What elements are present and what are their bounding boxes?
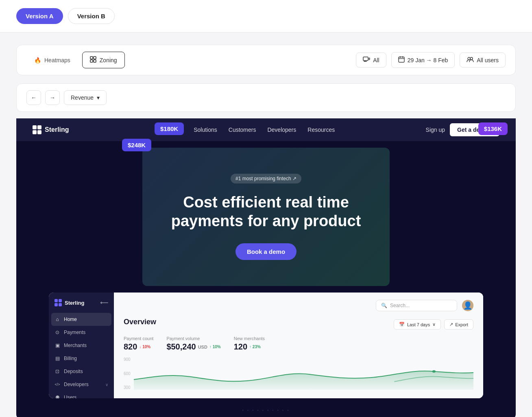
nav-row: ← → Revenue ▾ bbox=[16, 83, 516, 112]
signup-button[interactable]: Sign up bbox=[426, 127, 445, 133]
users-icon bbox=[467, 57, 474, 63]
billing-icon: ▤ bbox=[55, 356, 60, 361]
payment-volume-badge: ↑ 10% bbox=[209, 345, 221, 349]
hero-title: Cost efficient real time payments for an… bbox=[159, 193, 373, 230]
payment-volume-unit: USD bbox=[198, 345, 207, 349]
heatmaps-button[interactable]: 🔥 Heatmaps bbox=[26, 52, 78, 68]
fintech-badge: #1 most promising fintech ↗ bbox=[231, 174, 301, 183]
grid-icon bbox=[90, 56, 96, 64]
users-filter[interactable]: All users bbox=[460, 52, 506, 68]
payment-count-label: Payment count bbox=[124, 336, 153, 341]
overview-row: Overview 📅 Last 7 days ∨ ↗ Export bbox=[124, 318, 473, 331]
payment-volume-number: $50,240 bbox=[166, 342, 196, 352]
calendar-icon bbox=[398, 56, 405, 64]
site-hero: $248K #1 most promising fintech ↗ Cost e… bbox=[142, 148, 390, 286]
period-label: Last 7 days bbox=[407, 322, 430, 327]
new-merchants-badge: ↑ 23% bbox=[249, 345, 261, 349]
top-bar: Version A Version B bbox=[0, 0, 532, 33]
sidebar-item-deposits[interactable]: ⊡ Deposits bbox=[49, 365, 114, 378]
zoning-label: Zoning bbox=[100, 57, 117, 63]
metric-payment-count: Payment count 820 ↓ 10% bbox=[124, 336, 153, 352]
dotted-text: • • • • • • • • • • bbox=[242, 408, 290, 413]
dash-header: 🔍 Search... 👤 bbox=[124, 300, 473, 311]
svg-point-15 bbox=[432, 370, 435, 373]
payments-icon: ⊙ bbox=[55, 330, 60, 335]
new-merchants-value: 120 ↑ 23% bbox=[234, 342, 265, 352]
chart-area: 900 600 300 bbox=[124, 357, 473, 390]
user-avatar[interactable]: 👤 bbox=[462, 300, 473, 311]
dash-logo: Sterling ⟵ bbox=[49, 299, 114, 313]
payment-count-value: 820 ↓ 10% bbox=[124, 342, 153, 352]
chart-y-labels: 900 600 300 bbox=[124, 357, 131, 390]
overview-title: Overview bbox=[124, 318, 156, 326]
users-filter-label: All users bbox=[477, 57, 499, 63]
revenue-dropdown[interactable]: Revenue ▾ bbox=[64, 90, 107, 105]
chart-svg bbox=[134, 357, 473, 390]
sidebar-item-developers[interactable]: </> Developers ∨ bbox=[49, 378, 114, 391]
arrow-right-icon: → bbox=[50, 94, 55, 101]
search-icon: 🔍 bbox=[381, 303, 387, 308]
sidebar-deposits-label: Deposits bbox=[64, 369, 83, 374]
nav-customers[interactable]: Customers bbox=[229, 127, 256, 133]
version-a-button[interactable]: Version A bbox=[16, 8, 63, 24]
period-button[interactable]: 📅 Last 7 days ∨ bbox=[394, 319, 441, 330]
new-merchants-label: New merchants bbox=[234, 336, 265, 341]
export-button[interactable]: ↗ Export bbox=[444, 319, 473, 330]
payment-count-number: 820 bbox=[124, 342, 137, 352]
svg-rect-4 bbox=[363, 57, 368, 61]
sidebar-billing-label: Billing bbox=[64, 356, 77, 361]
device-icon bbox=[363, 57, 370, 63]
device-filter[interactable]: All bbox=[356, 52, 386, 68]
dotted-decoration: • • • • • • • • • • bbox=[16, 406, 516, 416]
y-label-900: 900 bbox=[124, 357, 131, 362]
avatar-image: 👤 bbox=[463, 301, 472, 310]
dropdown-label: Revenue bbox=[71, 94, 94, 101]
users-nav-icon: ⚉ bbox=[55, 395, 60, 398]
date-range-label: 29 Jan → 8 Feb bbox=[408, 57, 448, 63]
main-content: 🔥 Heatmaps Zoning bbox=[0, 33, 532, 417]
export-label: Export bbox=[455, 322, 468, 327]
svg-rect-3 bbox=[94, 60, 96, 62]
device-label: All bbox=[373, 57, 379, 63]
calendar-small-icon: 📅 bbox=[399, 322, 405, 327]
new-merchants-number: 120 bbox=[234, 342, 247, 352]
developers-icon: </> bbox=[55, 382, 60, 387]
toolbar-left: 🔥 Heatmaps Zoning bbox=[26, 52, 125, 68]
chevron-developers: ∨ bbox=[105, 382, 108, 387]
sidebar-merchants-label: Merchants bbox=[64, 343, 87, 348]
nav-back-button[interactable]: ← bbox=[26, 90, 41, 105]
dash-search[interactable]: 🔍 Search... bbox=[376, 300, 457, 311]
nav-developers[interactable]: Developers bbox=[267, 127, 296, 133]
hero-revenue-badge: $248K bbox=[122, 139, 151, 151]
y-label-600: 600 bbox=[124, 371, 131, 376]
merchants-icon: ▣ bbox=[55, 343, 60, 348]
sidebar-home-label: Home bbox=[64, 317, 77, 322]
svg-rect-1 bbox=[94, 57, 96, 59]
sidebar-item-payments[interactable]: ⊙ Payments bbox=[49, 326, 114, 339]
search-placeholder: Search... bbox=[390, 303, 410, 308]
sidebar-item-billing[interactable]: ▤ Billing bbox=[49, 352, 114, 365]
svg-rect-9 bbox=[399, 57, 404, 62]
nav-forward-button[interactable]: → bbox=[45, 90, 60, 105]
book-demo-button[interactable]: Book a demo bbox=[235, 243, 297, 260]
site-nav-links: Products Solutions Customers Developers … bbox=[160, 127, 335, 133]
site-nav: $180K Sterling Products Solutions Custom… bbox=[16, 118, 516, 141]
sidebar-item-users[interactable]: ⚉ Users bbox=[49, 391, 114, 398]
nav-resources[interactable]: Resources bbox=[307, 127, 335, 133]
deposits-icon: ⊡ bbox=[55, 369, 60, 374]
revenue-badge-left: $180K bbox=[155, 122, 184, 135]
svg-point-14 bbox=[470, 57, 473, 60]
site-logo: Sterling bbox=[33, 125, 69, 134]
zoning-button[interactable]: Zoning bbox=[82, 52, 125, 68]
dash-collapse-icon[interactable]: ⟵ bbox=[100, 299, 108, 306]
date-range-filter[interactable]: 29 Jan → 8 Feb bbox=[391, 52, 455, 68]
nav-solutions[interactable]: Solutions bbox=[194, 127, 217, 133]
sidebar-item-merchants[interactable]: ▣ Merchants bbox=[49, 339, 114, 352]
chevron-period: ∨ bbox=[432, 322, 436, 327]
sidebar-item-home[interactable]: ⌂ Home bbox=[51, 313, 111, 326]
version-b-button[interactable]: Version B bbox=[68, 8, 115, 24]
dashboard-preview: Sterling ⟵ ⌂ Home ⊙ Payments ▣ Merchants… bbox=[49, 293, 483, 398]
y-label-300: 300 bbox=[124, 385, 131, 390]
sidebar-users-label: Users bbox=[64, 395, 76, 398]
site-logo-text: Sterling bbox=[45, 126, 69, 133]
